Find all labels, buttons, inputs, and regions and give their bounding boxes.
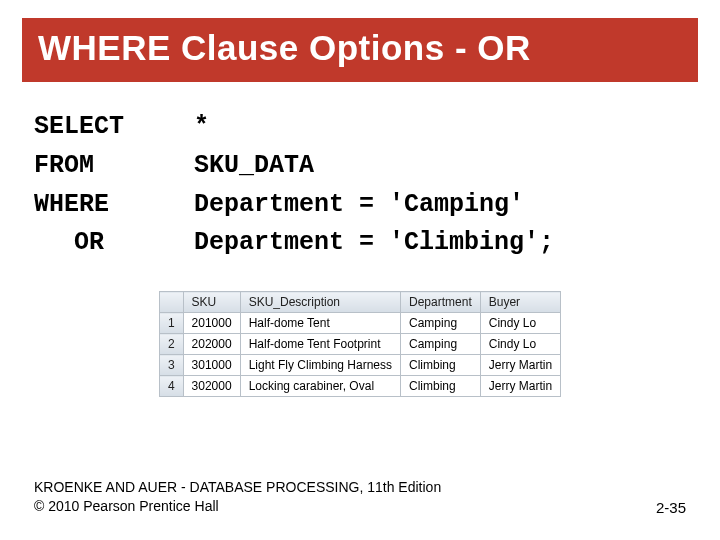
cell-desc: Locking carabiner, Oval [240, 376, 400, 397]
header-department: Department [401, 292, 481, 313]
result-table: SKU SKU_Description Department Buyer 1 2… [159, 291, 561, 397]
table-head: SKU SKU_Description Department Buyer [159, 292, 560, 313]
header-corner [159, 292, 183, 313]
footer-line2: © 2010 Pearson Prentice Hall [34, 497, 441, 516]
cell-sku: 202000 [183, 334, 240, 355]
header-description: SKU_Description [240, 292, 400, 313]
cell-dept: Climbing [401, 355, 481, 376]
cell-sku: 302000 [183, 376, 240, 397]
row-number: 2 [159, 334, 183, 355]
cell-sku: 201000 [183, 313, 240, 334]
page-number: 2-35 [656, 499, 686, 516]
footer-line1: KROENKE AND AUER - DATABASE PROCESSING, … [34, 478, 441, 497]
cell-sku: 301000 [183, 355, 240, 376]
title-bar: WHERE Clause Options - OR [22, 18, 698, 82]
header-buyer: Buyer [480, 292, 560, 313]
cell-dept: Camping [401, 334, 481, 355]
footer-attribution: KROENKE AND AUER - DATABASE PROCESSING, … [34, 478, 441, 516]
cell-desc: Half-dome Tent Footprint [240, 334, 400, 355]
sql-value-from: SKU_DATA [194, 147, 314, 186]
row-number: 4 [159, 376, 183, 397]
sql-keyword-or: OR [34, 224, 194, 263]
footer: KROENKE AND AUER - DATABASE PROCESSING, … [34, 478, 686, 516]
table-header-row: SKU SKU_Description Department Buyer [159, 292, 560, 313]
cell-buyer: Cindy Lo [480, 334, 560, 355]
cell-buyer: Jerry Martin [480, 355, 560, 376]
sql-line-where: WHERE Department = 'Camping' [34, 186, 686, 225]
cell-dept: Climbing [401, 376, 481, 397]
sql-line-from: FROM SKU_DATA [34, 147, 686, 186]
cell-buyer: Cindy Lo [480, 313, 560, 334]
table-row: 2 202000 Half-dome Tent Footprint Campin… [159, 334, 560, 355]
table-body: 1 201000 Half-dome Tent Camping Cindy Lo… [159, 313, 560, 397]
sql-line-select: SELECT * [34, 108, 686, 147]
table-row: 3 301000 Light Fly Climbing Harness Clim… [159, 355, 560, 376]
slide: WHERE Clause Options - OR SELECT * FROM … [0, 18, 720, 540]
result-table-wrap: SKU SKU_Description Department Buyer 1 2… [0, 291, 720, 397]
table-row: 1 201000 Half-dome Tent Camping Cindy Lo [159, 313, 560, 334]
header-sku: SKU [183, 292, 240, 313]
sql-block: SELECT * FROM SKU_DATA WHERE Department … [34, 108, 686, 263]
row-number: 3 [159, 355, 183, 376]
sql-value-select: * [194, 108, 209, 147]
table-row: 4 302000 Locking carabiner, Oval Climbin… [159, 376, 560, 397]
cell-dept: Camping [401, 313, 481, 334]
slide-title: WHERE Clause Options - OR [38, 28, 682, 68]
sql-keyword-from: FROM [34, 147, 194, 186]
cell-buyer: Jerry Martin [480, 376, 560, 397]
row-number: 1 [159, 313, 183, 334]
cell-desc: Light Fly Climbing Harness [240, 355, 400, 376]
sql-value-where: Department = 'Camping' [194, 186, 524, 225]
sql-line-or: OR Department = 'Climbing'; [34, 224, 686, 263]
sql-keyword-select: SELECT [34, 108, 194, 147]
sql-keyword-where: WHERE [34, 186, 194, 225]
sql-value-or: Department = 'Climbing'; [194, 224, 554, 263]
cell-desc: Half-dome Tent [240, 313, 400, 334]
